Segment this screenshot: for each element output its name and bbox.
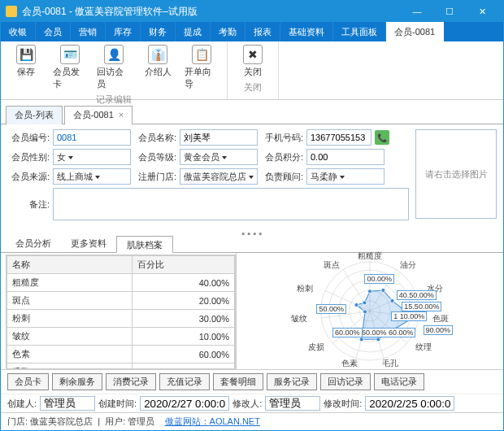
menu-3[interactable]: 库存	[106, 22, 141, 41]
table-row[interactable]: 粉刺30.00%	[7, 310, 235, 328]
status-shop-label: 门店:	[7, 416, 28, 426]
sex-select[interactable]: 女	[53, 149, 131, 165]
menu-7[interactable]: 报表	[245, 22, 280, 41]
label-phone: 手机号码:	[261, 132, 303, 144]
close-button[interactable]: ✕	[466, 1, 498, 22]
shop-select[interactable]: 傲蓝美容院总店	[180, 168, 258, 185]
maximize-button[interactable]: ☐	[433, 1, 466, 22]
chart-annotation: 60.00% 60.00%	[359, 328, 416, 337]
skin-table-wrap: 名称 百分比 粗糙度40.00%斑点20.00%粉刺30.00%皱纹10.00%…	[1, 253, 237, 369]
chart-annotation: 40.50.00%	[397, 290, 437, 300]
ctime-input[interactable]	[140, 396, 229, 411]
radar-axis-label: 皱纹	[291, 313, 307, 324]
dial-button[interactable]: 📞	[375, 130, 389, 145]
footer-btn-电话记录[interactable]: 电话记录	[374, 373, 424, 390]
score-input[interactable]	[306, 149, 385, 165]
radar-axis-label: 油分	[400, 259, 416, 271]
creator-input[interactable]	[40, 396, 95, 411]
chevron-down-icon	[249, 176, 254, 179]
ribbon-会员发卡[interactable]: 🪪会员发卡	[53, 45, 87, 90]
ribbon-回访会员[interactable]: 👤回访会员	[97, 45, 131, 90]
splitter[interactable]: ▪ ▪ ▪ ▪	[1, 229, 503, 235]
doc-tab-1[interactable]: 会员-0081×	[64, 106, 133, 124]
doc-tab-0[interactable]: 会员-列表	[6, 106, 63, 124]
ribbon-icon: 🪪	[60, 45, 80, 64]
photo-box[interactable]: 请右击选择图片	[415, 129, 497, 219]
table-row[interactable]: 色素60.00%	[7, 346, 235, 364]
svg-point-22	[359, 337, 363, 342]
label-mtime: 修改时间:	[324, 398, 362, 410]
footer-btn-消费记录[interactable]: 消费记录	[106, 373, 156, 390]
ribbon: 💾保存🪪会员发卡👤回访会员👔介绍人📋开单向导 记录编辑 ✖关闭 关闭	[1, 41, 503, 100]
table-row[interactable]: 毛孔60.00%	[7, 364, 235, 370]
footer-btn-回访记录[interactable]: 回访记录	[320, 373, 371, 390]
col-pct[interactable]: 百分比	[133, 256, 235, 274]
radar-axis-label: 粉刺	[297, 283, 313, 294]
menu-10[interactable]: 会员-0081	[386, 22, 444, 41]
status-user-label: 用户:	[105, 416, 125, 426]
ribbon-介绍人[interactable]: 👔介绍人	[141, 45, 175, 90]
ribbon-group-close: ✖关闭 关闭	[228, 41, 279, 99]
table-row[interactable]: 皱纹10.00%	[7, 328, 235, 346]
svg-point-17	[381, 289, 385, 293]
footer-btn-套餐明细[interactable]: 套餐明细	[213, 373, 263, 390]
menu-5[interactable]: 提成	[176, 22, 211, 41]
audit-row: 创建人: 创建时间: 修改人: 修改时间:	[1, 394, 503, 412]
source-select[interactable]: 线上商城	[53, 168, 131, 185]
table-row[interactable]: 斑点20.00%	[7, 292, 235, 310]
ribbon-关闭[interactable]: ✖关闭	[236, 45, 270, 78]
menu-0[interactable]: 收银	[1, 22, 36, 41]
label-remark: 备注:	[7, 198, 50, 211]
menu-1[interactable]: 会员	[36, 22, 71, 41]
ribbon-group-label: 记录编辑	[96, 94, 132, 106]
footer-button-row: 会员卡剩余服务消费记录充值记录套餐明细服务记录回访记录电话记录	[1, 369, 503, 394]
table-row[interactable]: 粗糙度40.00%	[7, 274, 235, 292]
chart-annotation: 15.50.00%	[402, 302, 441, 311]
subtab-0[interactable]: 会员分析	[6, 235, 61, 252]
grade-select[interactable]: 黄金会员	[180, 149, 258, 165]
footer-btn-充值记录[interactable]: 充值记录	[159, 373, 210, 390]
footer-btn-服务记录[interactable]: 服务记录	[267, 373, 317, 390]
ribbon-icon: 📋	[192, 45, 211, 64]
chevron-down-icon	[340, 176, 345, 179]
ribbon-icon: 👔	[148, 45, 167, 64]
label-source: 会员来源:	[7, 171, 50, 183]
svg-point-16	[367, 290, 371, 294]
ribbon-保存[interactable]: 💾保存	[9, 45, 43, 90]
ribbon-开单向导[interactable]: 📋开单向导	[185, 45, 219, 90]
document-tabs: 会员-列表会员-0081×	[1, 105, 503, 124]
ribbon-group-edit: 💾保存🪪会员发卡👤回访会员👔介绍人📋开单向导 记录编辑	[1, 41, 228, 99]
label-member-name: 会员名称:	[134, 132, 176, 144]
label-shop: 注册门店:	[134, 171, 176, 183]
label-creator: 创建人:	[7, 398, 37, 410]
col-name[interactable]: 名称	[7, 256, 133, 274]
menu-2[interactable]: 营销	[71, 22, 106, 41]
radar-axis-label: 皮损	[308, 342, 324, 353]
menu-6[interactable]: 考勤	[211, 22, 245, 41]
subtab-2[interactable]: 肌肤档案	[116, 236, 173, 253]
consult-select[interactable]: 马柔静	[306, 168, 385, 185]
member-no-input[interactable]	[53, 129, 131, 146]
label-member-no: 会员编号:	[7, 132, 50, 144]
svg-point-25	[363, 301, 367, 305]
menu-4[interactable]: 财务	[141, 22, 176, 41]
mtime-input[interactable]	[365, 396, 454, 411]
subtab-1[interactable]: 更多资料	[61, 235, 116, 252]
chevron-down-icon	[222, 156, 227, 159]
menu-9[interactable]: 工具面板	[333, 22, 386, 41]
footer-btn-剩余服务[interactable]: 剩余服务	[52, 373, 102, 390]
sub-tabs: 会员分析更多资料肌肤档案	[1, 235, 503, 253]
tab-close-icon[interactable]: ×	[119, 110, 124, 120]
phone-input[interactable]	[306, 129, 371, 146]
modifier-input[interactable]	[265, 396, 320, 411]
footer-btn-会员卡[interactable]: 会员卡	[7, 373, 49, 390]
minimize-button[interactable]: —	[401, 1, 433, 22]
status-link[interactable]: 傲蓝网站：AOLAN.NET	[165, 416, 260, 426]
menu-8[interactable]: 基础资料	[280, 22, 333, 41]
member-name-input[interactable]	[180, 129, 258, 146]
chevron-down-icon	[68, 156, 73, 159]
remark-textarea[interactable]	[53, 188, 409, 220]
svg-point-24	[354, 303, 358, 307]
app-window: 会员-0081 - 傲蓝美容院管理软件–试用版 — ☐ ✕ 收银会员营销库存财务…	[0, 0, 504, 431]
chart-annotation: 50.00%	[316, 304, 346, 314]
